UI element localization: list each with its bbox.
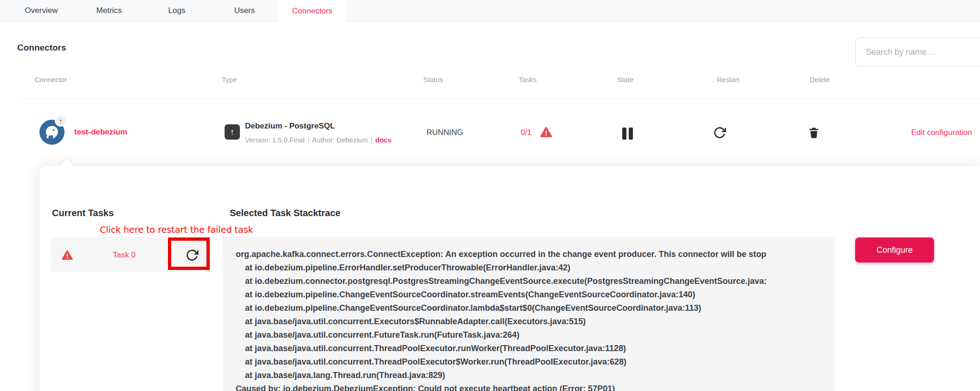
header-divider — [17, 99, 980, 99]
edit-configuration-link[interactable]: Edit configuration — [911, 128, 972, 137]
col-header-status: Status — [423, 76, 443, 83]
task-label: Task 0 — [113, 250, 135, 260]
card-notch — [59, 159, 75, 175]
tab-connectors[interactable]: Connectors — [278, 0, 346, 22]
delete-connector-trash-icon[interactable] — [807, 126, 820, 139]
stacktrace-title: Selected Task Stacktrace — [230, 208, 341, 218]
page-title: Connectors — [17, 43, 66, 53]
pause-state-button[interactable] — [622, 128, 633, 140]
col-header-type: Type — [222, 76, 237, 83]
docs-link[interactable]: docs — [375, 136, 392, 144]
col-header-state: State — [617, 76, 633, 83]
col-header-tasks: Tasks — [519, 76, 536, 83]
stacktrace-line: at io.debezium.pipeline.ChangeEventSourc… — [236, 288, 822, 301]
connector-name-link[interactable]: test-debezium — [74, 128, 127, 137]
stacktrace-line: at io.debezium.pipeline.ChangeEventSourc… — [236, 301, 822, 315]
stacktrace-line: Caused by: io.debezium.DebeziumException… — [236, 382, 822, 391]
connector-detail-card: Current Tasks Selected Task Stacktrace C… — [39, 166, 980, 391]
stacktrace-panel: org.apache.kafka.connect.errors.ConnectE… — [223, 237, 835, 391]
stacktrace-line: at java.base/java.lang.Thread.run(Thread… — [236, 369, 822, 382]
connector-author: Author: Debezium — [312, 136, 368, 144]
search-input[interactable] — [855, 38, 980, 66]
current-tasks-title: Current Tasks — [52, 208, 114, 218]
tab-metrics[interactable]: Metrics — [75, 0, 143, 21]
connector-type-name: Debezium - PostgreSQL — [245, 122, 335, 131]
connector-status: RUNNING — [426, 128, 463, 137]
col-header-restart: Restart — [717, 76, 739, 83]
stacktrace-line: at java.base/java.util.concurrent.Execut… — [236, 315, 822, 328]
annotation-text: Click here to restart the failed task — [100, 224, 253, 235]
source-type-icon: ↑ — [225, 124, 240, 140]
stacktrace-line: org.apache.kafka.connect.errors.ConnectE… — [236, 248, 822, 261]
tasks-count: 0/1 — [521, 128, 532, 137]
stacktrace-line: at java.base/java.util.concurrent.Thread… — [236, 355, 822, 369]
tasks-warning-icon — [540, 126, 553, 139]
configure-button[interactable]: Configure — [855, 237, 934, 263]
restart-connector-icon[interactable] — [713, 126, 726, 139]
col-header-delete: Delete — [810, 76, 830, 83]
col-header-connector: Connector — [35, 76, 67, 83]
source-badge-arrow-up-icon: ↑ — [55, 115, 66, 127]
stacktrace-line: at io.debezium.pipeline.ErrorHandler.set… — [236, 261, 822, 275]
stacktrace-line: at java.base/java.util.concurrent.Thread… — [236, 342, 822, 355]
task-warning-icon — [61, 249, 73, 261]
annotation-highlight-box — [168, 237, 210, 270]
top-nav: Overview Metrics Logs Users Connectors — [0, 0, 980, 22]
connectors-page: Overview Metrics Logs Users Connectors C… — [0, 0, 980, 391]
tab-users[interactable]: Users — [211, 0, 278, 21]
stacktrace-line: at java.base/java.util.concurrent.Future… — [236, 328, 822, 342]
stacktrace-line: at io.debezium.connector.postgresql.Post… — [236, 275, 822, 288]
connector-version: Version: 1.5.0.Final — [245, 136, 304, 144]
tab-logs[interactable]: Logs — [143, 0, 211, 21]
tab-overview[interactable]: Overview — [7, 0, 75, 21]
connector-type-meta: Version: 1.5.0.Final|Author: Debezium|do… — [245, 136, 392, 144]
